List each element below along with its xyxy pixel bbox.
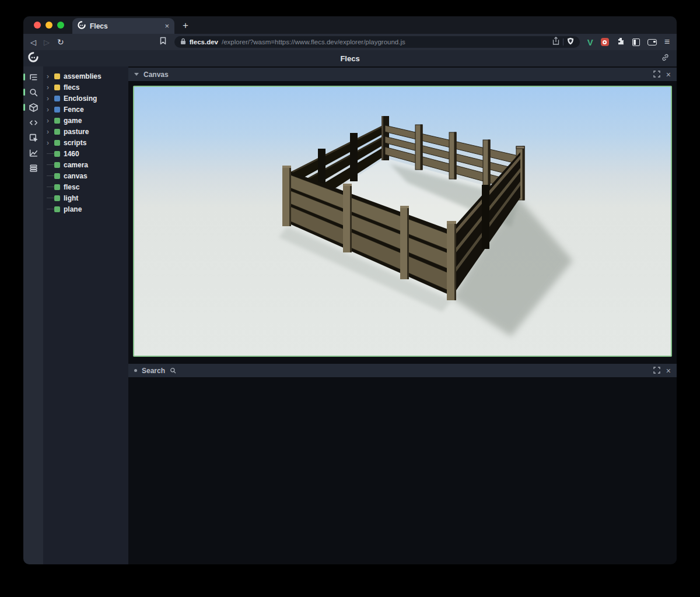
vue-extension-icon[interactable]: V [587, 37, 593, 47]
cube-icon [29, 103, 38, 113]
tree-connector [47, 187, 54, 187]
tree-item-1460[interactable]: 1460 [43, 148, 128, 159]
expander-icon[interactable]: › [47, 106, 53, 113]
active-indicator [23, 89, 25, 96]
reload-button[interactable]: ↻ [57, 37, 64, 47]
red-extension-icon[interactable] [601, 38, 609, 46]
zoom-window-button[interactable] [57, 22, 64, 29]
entity-swatch [54, 129, 60, 135]
address-bar[interactable]: flecs.dev /explorer/?wasm=https://www.fl… [174, 36, 580, 48]
flecs-logo-icon[interactable] [28, 52, 38, 65]
expander-icon[interactable]: › [47, 73, 53, 80]
share-icon[interactable] [552, 37, 559, 47]
tree-connector [47, 175, 54, 176]
canvas-panel-header[interactable]: Canvas × [128, 68, 677, 81]
entity-swatch [54, 85, 60, 90]
flecs-favicon-icon [78, 21, 86, 31]
link-icon[interactable] [661, 53, 670, 64]
entity-swatch [54, 184, 60, 190]
forward-button[interactable]: ▷ [44, 38, 50, 47]
search-panel-content [128, 377, 677, 564]
lock-icon [180, 37, 186, 47]
rail-search-button[interactable] [23, 85, 43, 100]
rail-cube-button[interactable] [23, 100, 43, 115]
close-icon[interactable]: × [666, 367, 671, 375]
minimize-window-button[interactable] [46, 22, 52, 29]
menu-icon[interactable]: ≡ [664, 37, 670, 47]
tree-connector [47, 153, 54, 154]
entity-swatch [54, 173, 60, 179]
sidebar-icon[interactable] [632, 38, 640, 46]
rail-chart-button[interactable] [23, 145, 43, 160]
tree-connector [47, 164, 54, 165]
browser-tab[interactable]: Flecs × [72, 18, 174, 34]
close-tab-icon[interactable]: × [164, 22, 169, 30]
tree-item-flesc[interactable]: flesc [43, 181, 128, 192]
entity-swatch [54, 195, 60, 201]
entity-swatch [54, 206, 60, 212]
chevron-down-icon[interactable] [134, 73, 139, 76]
divider [563, 38, 564, 45]
close-window-button[interactable] [34, 22, 41, 29]
wallet-icon[interactable] [648, 39, 657, 45]
3d-viewport[interactable] [133, 86, 672, 357]
rail-inspector-button[interactable] [23, 130, 43, 145]
new-tab-button[interactable]: + [174, 20, 188, 34]
active-indicator [23, 104, 25, 111]
active-indicator [23, 73, 25, 80]
expander-icon[interactable]: › [47, 128, 53, 135]
window-controls [23, 22, 72, 34]
tab-strip: Flecs × + [23, 16, 677, 34]
fullscreen-icon[interactable] [653, 366, 660, 376]
shield-icon[interactable] [567, 37, 574, 47]
inspector-icon [29, 133, 38, 143]
tree-item-enclosing[interactable]: ›Enclosing [43, 93, 128, 104]
rail-tree-outline-button[interactable] [23, 69, 43, 85]
fence-scene [134, 87, 672, 357]
expander-icon[interactable]: › [47, 84, 53, 91]
puzzle-extension-icon[interactable] [617, 37, 625, 47]
expander-icon[interactable]: › [47, 117, 53, 124]
rail-stack-button[interactable] [23, 160, 43, 175]
browser-window: Flecs × + ◁ ▷ ↻ flecs.dev /explorer/?was… [23, 16, 677, 564]
expander-icon[interactable]: › [47, 95, 53, 102]
browser-toolbar: ◁ ▷ ↻ flecs.dev /explorer/?wasm=https://… [23, 34, 677, 50]
search-panel-header[interactable]: Search × [128, 364, 677, 377]
search-icon [170, 366, 176, 376]
tree-item-fence[interactable]: ›Fence [43, 104, 128, 115]
dot-icon[interactable] [134, 369, 137, 372]
tree-item-camera[interactable]: camera [43, 159, 128, 170]
tree-item-canvas[interactable]: canvas [43, 170, 128, 181]
entity-tree: ›assemblies ›flecs ›Enclosing ›Fence ›ga… [43, 66, 128, 564]
tree-item-plane[interactable]: plane [43, 203, 128, 215]
back-button[interactable]: ◁ [30, 38, 36, 47]
tree-item-pasture[interactable]: ›pasture [43, 126, 128, 137]
tree-item-flecs[interactable]: ›flecs [43, 82, 128, 93]
chart-icon [29, 148, 38, 158]
expander-icon[interactable]: › [47, 139, 53, 146]
tool-rail [23, 66, 43, 564]
fullscreen-icon[interactable] [653, 69, 660, 80]
code-icon [29, 118, 38, 128]
bookmark-icon[interactable] [159, 37, 167, 47]
close-icon[interactable]: × [666, 71, 671, 79]
main-area: Canvas × [128, 66, 677, 564]
tree-item-assemblies[interactable]: ›assemblies [43, 71, 128, 82]
search-icon [29, 87, 38, 97]
stack-icon [29, 163, 38, 173]
tree-connector [47, 198, 54, 198]
search-panel-title: Search [142, 367, 165, 375]
tab-title: Flecs [90, 22, 160, 30]
tree-item-light[interactable]: light [43, 192, 128, 203]
entity-swatch [54, 151, 60, 157]
rail-code-button[interactable] [23, 115, 43, 130]
tree-item-game[interactable]: ›game [43, 115, 128, 126]
tree-item-scripts[interactable]: ›scripts [43, 137, 128, 148]
url-path: /explorer/?wasm=https://www.flecs.dev/ex… [222, 38, 549, 45]
app-header: Flecs [23, 50, 677, 66]
entity-swatch [54, 162, 60, 168]
entity-swatch [54, 107, 60, 113]
tree-connector [47, 209, 54, 209]
entity-swatch [54, 73, 60, 79]
entity-swatch [54, 140, 60, 146]
